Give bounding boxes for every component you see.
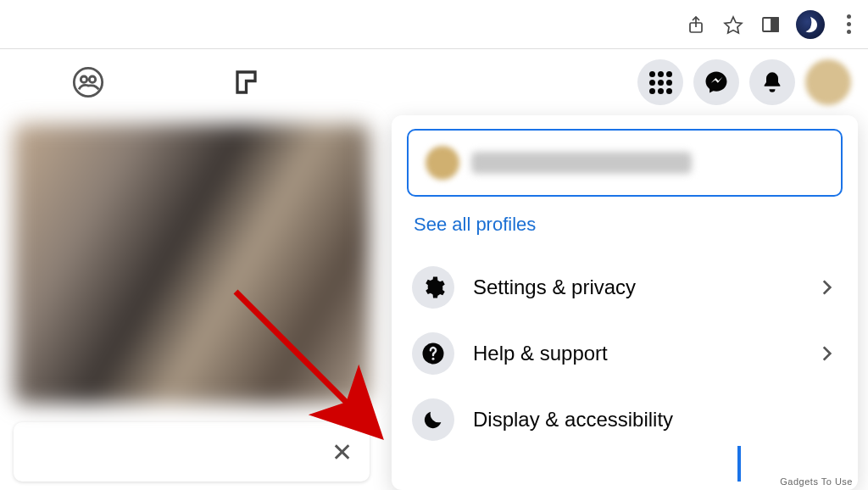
- menu-item-label: Settings & privacy: [473, 276, 797, 299]
- menu-item-display-accessibility[interactable]: Display & accessibility: [407, 387, 843, 453]
- facebook-top-nav: [0, 49, 868, 115]
- svg-point-5: [81, 76, 86, 82]
- browser-profile-icon[interactable]: [796, 10, 825, 39]
- svg-rect-3: [771, 18, 778, 31]
- profile-switcher-card[interactable]: [407, 129, 843, 197]
- chevron-right-icon: [815, 276, 837, 298]
- menu-grid-icon: [649, 71, 672, 94]
- main-area: ✕ See all profiles Settings & privacy He…: [0, 115, 868, 490]
- gear-icon: [412, 266, 454, 309]
- svg-marker-1: [725, 17, 742, 33]
- menu-item-help-support[interactable]: Help & support: [407, 320, 843, 387]
- kebab-menu-icon[interactable]: [838, 9, 860, 39]
- moon-icon: [412, 398, 454, 441]
- menu-item-label: Display & accessibility: [473, 408, 837, 432]
- messenger-icon: [704, 70, 729, 95]
- svg-point-6: [89, 76, 95, 82]
- menu-item-settings-privacy[interactable]: Settings & privacy: [407, 254, 843, 320]
- menu-grid-button[interactable]: [637, 59, 683, 105]
- svg-point-8: [432, 358, 435, 360]
- star-icon[interactable]: [721, 13, 745, 36]
- close-icon[interactable]: ✕: [331, 437, 353, 467]
- messenger-button[interactable]: [693, 59, 739, 105]
- browser-toolbar: [0, 0, 868, 49]
- share-icon[interactable]: [684, 13, 708, 36]
- gaming-tab[interactable]: [227, 62, 268, 103]
- see-all-profiles-link[interactable]: See all profiles: [407, 197, 843, 254]
- watermark: Gadgets To Use: [780, 476, 853, 487]
- profile-name: [471, 152, 692, 174]
- account-avatar[interactable]: [805, 59, 851, 105]
- left-column: ✕: [0, 115, 373, 490]
- help-icon: [412, 332, 454, 375]
- notifications-button[interactable]: [749, 59, 795, 105]
- svg-point-4: [74, 68, 102, 96]
- text-caret: [737, 446, 741, 482]
- profile-avatar: [426, 146, 459, 180]
- groups-tab[interactable]: [68, 62, 108, 103]
- stories-strip[interactable]: [14, 124, 370, 404]
- chevron-right-icon: [815, 342, 837, 365]
- account-dropdown: See all profiles Settings & privacy Help…: [392, 115, 858, 490]
- menu-item-label: Help & support: [473, 342, 797, 365]
- bell-icon: [760, 70, 784, 94]
- side-panel-icon[interactable]: [759, 13, 782, 36]
- dismissible-card: ✕: [14, 422, 370, 482]
